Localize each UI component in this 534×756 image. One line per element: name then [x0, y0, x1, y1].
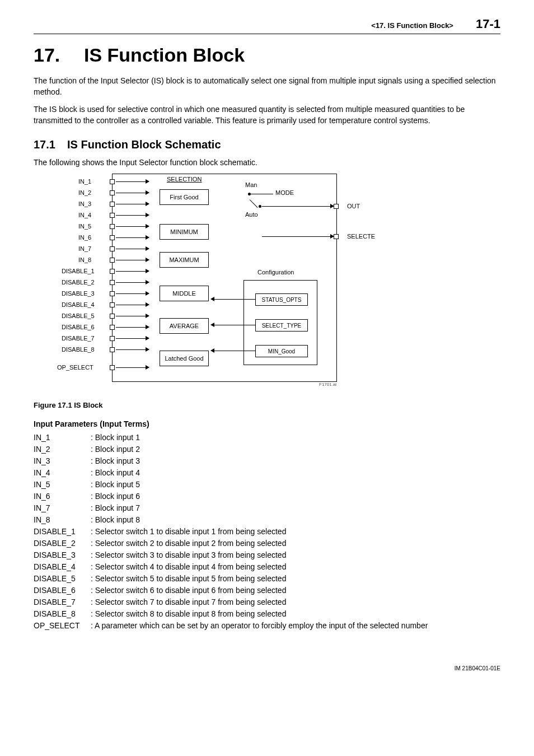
- diag-input-label: IN_6: [78, 234, 91, 241]
- port-icon: [110, 365, 115, 370]
- arrow-right-icon: [146, 365, 149, 370]
- selection-box: First Good: [160, 189, 209, 205]
- terms-desc: : Selector switch 5 to disable input 5 f…: [91, 573, 500, 585]
- terms-row: DISABLE_3: Selector switch 3 to disable …: [34, 549, 500, 561]
- arrow-right-icon: [146, 258, 149, 262]
- section-title: IS Function Block Schematic: [67, 138, 221, 151]
- terms-desc: : Selector switch 4 to disable input 4 f…: [91, 561, 500, 573]
- mode-label: MODE: [275, 189, 294, 196]
- wire: [116, 260, 147, 260]
- port-icon: [110, 202, 115, 207]
- diag-input-label: DISABLE_8: [62, 346, 95, 353]
- terms-label: IN_8: [34, 514, 91, 526]
- terms-label: DISABLE_7: [34, 596, 91, 608]
- terms-label: DISABLE_1: [34, 526, 91, 538]
- selection-box-label: MINIMUM: [170, 228, 198, 235]
- terms-desc: : Selector switch 8 to disable input 8 f…: [91, 608, 500, 620]
- terms-desc: : Block input 3: [91, 455, 500, 467]
- terms-row: IN_4: Block input 4: [34, 467, 500, 479]
- wire: [116, 282, 147, 283]
- port-icon: [110, 190, 115, 195]
- terms-row: IN_2: Block input 2: [34, 444, 500, 455]
- page: <17. IS Function Block> 17-1 17.IS Funct…: [0, 0, 534, 694]
- is-block-diagram: IN_1 IN_2 IN_3 IN_4 IN_5 IN_6 IN_7: [45, 174, 381, 398]
- terms-row: IN_1: Block input 1: [34, 432, 500, 444]
- port-icon: [110, 179, 115, 184]
- terms-label: IN_7: [34, 502, 91, 514]
- terms-desc: : Block input 7: [91, 502, 500, 514]
- terms-desc: : Block input 4: [91, 467, 500, 479]
- port-icon: [110, 325, 115, 330]
- terms-desc: : Selector switch 1 to disable input 1 f…: [91, 526, 500, 538]
- terms-desc: : Block input 8: [91, 514, 500, 526]
- arrow-right-icon: [146, 179, 149, 184]
- figure-caption: Figure 17.1 IS Block: [34, 401, 500, 409]
- terms-label: DISABLE_4: [34, 561, 91, 573]
- config-box-label: SELECT_TYPE: [262, 323, 302, 329]
- selection-box: MAXIMUM: [160, 252, 209, 268]
- wire: [116, 193, 147, 193]
- selection-box-label: AVERAGE: [170, 323, 199, 329]
- section-intro: The following shows the Input Selector f…: [34, 157, 500, 168]
- intro-paragraph-1: The function of the Input Selector (IS) …: [34, 75, 500, 98]
- output-label: SELECTE: [347, 233, 375, 240]
- wire: [116, 215, 147, 216]
- terms-row: IN_6: Block input 6: [34, 491, 500, 502]
- port-icon: [110, 224, 115, 229]
- diag-input-label: OP_SELECT: [57, 364, 93, 371]
- selection-box: MINIMUM: [160, 224, 209, 240]
- wire: [116, 293, 147, 294]
- selection-box-label: Latched Good: [165, 355, 203, 362]
- doc-code: IM 21B04C01-01E: [455, 665, 500, 671]
- wire: [116, 271, 147, 272]
- figure-code: F1701.ai: [319, 382, 336, 387]
- port-icon: [110, 235, 115, 240]
- config-box-label: MIN_Good: [268, 348, 295, 354]
- terms-label: IN_4: [34, 467, 91, 479]
- terms-row: DISABLE_2: Selector switch 2 to disable …: [34, 538, 500, 549]
- port-icon: [110, 336, 115, 341]
- diag-input-label: IN_1: [78, 178, 91, 185]
- wire: [116, 226, 147, 227]
- page-header: <17. IS Function Block> 17-1: [34, 17, 500, 31]
- diag-input-label: IN_3: [78, 200, 91, 207]
- header-section-label: <17. IS Function Block>: [371, 21, 453, 30]
- chapter-heading: 17.IS Function Block: [34, 44, 500, 66]
- wire: [116, 237, 147, 238]
- chapter-title: IS Function Block: [84, 44, 245, 66]
- section-heading: 17.1IS Function Block Schematic: [34, 138, 500, 151]
- diag-input-label: IN_4: [78, 212, 91, 218]
- diag-input-label: DISABLE_2: [62, 279, 95, 286]
- header-rule: [34, 34, 500, 34]
- port-icon: [110, 213, 115, 218]
- terms-label: IN_5: [34, 479, 91, 491]
- wire: [251, 194, 273, 194]
- arrow-right-icon: [146, 235, 149, 240]
- diag-input-label: DISABLE_6: [62, 324, 95, 330]
- port-icon: [334, 234, 339, 239]
- diag-input-label: IN_5: [78, 223, 91, 230]
- config-box: MIN_Good: [255, 345, 308, 357]
- arrow-left-icon: [210, 323, 214, 327]
- arrow-left-icon: [210, 297, 214, 301]
- terms-row: DISABLE_4: Selector switch 4 to disable …: [34, 561, 500, 573]
- chapter-number: 17.: [34, 44, 84, 66]
- wire: [116, 249, 147, 249]
- port-icon: [110, 347, 115, 352]
- arrow-right-icon: [146, 291, 149, 296]
- diag-input-label: DISABLE_4: [62, 301, 95, 308]
- terms-label: DISABLE_6: [34, 585, 91, 596]
- diag-input-label: IN_7: [78, 245, 91, 252]
- arrow-right-icon: [146, 314, 149, 318]
- arrow-right-icon: [146, 246, 149, 251]
- terms-label: IN_2: [34, 444, 91, 455]
- terms-label: IN_1: [34, 432, 91, 444]
- terms-label: IN_3: [34, 455, 91, 467]
- config-box: SELECT_TYPE: [255, 319, 308, 332]
- terms-row: IN_5: Block input 5: [34, 479, 500, 491]
- arrow-right-icon: [146, 213, 149, 217]
- wire: [116, 367, 147, 368]
- wire: [116, 338, 147, 339]
- arrow-right-icon: [146, 269, 149, 273]
- section-number: 17.1: [34, 138, 67, 151]
